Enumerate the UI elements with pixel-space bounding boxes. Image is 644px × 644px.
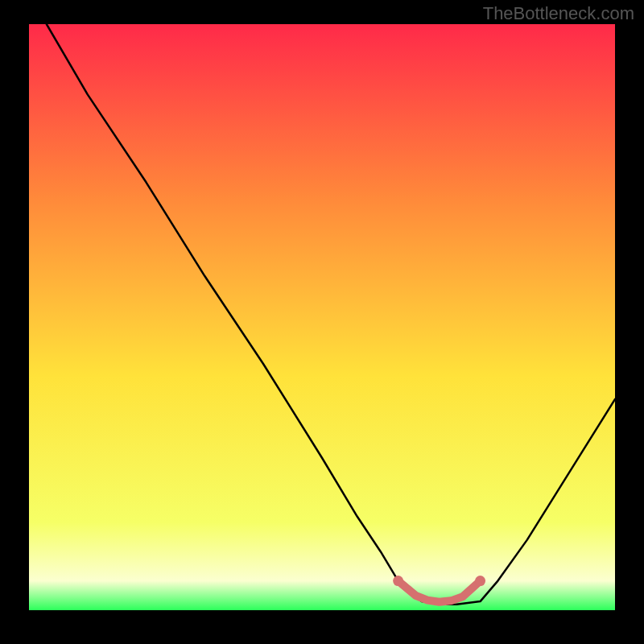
- valley-end-dot: [393, 576, 403, 586]
- chart-plot-area: [29, 24, 615, 610]
- valley-end-dot: [475, 576, 485, 586]
- chart-svg: [29, 24, 615, 610]
- watermark-label: TheBottleneck.com: [483, 3, 634, 24]
- gradient-background: [29, 24, 615, 610]
- chart-stage: TheBottleneck.com: [0, 0, 644, 644]
